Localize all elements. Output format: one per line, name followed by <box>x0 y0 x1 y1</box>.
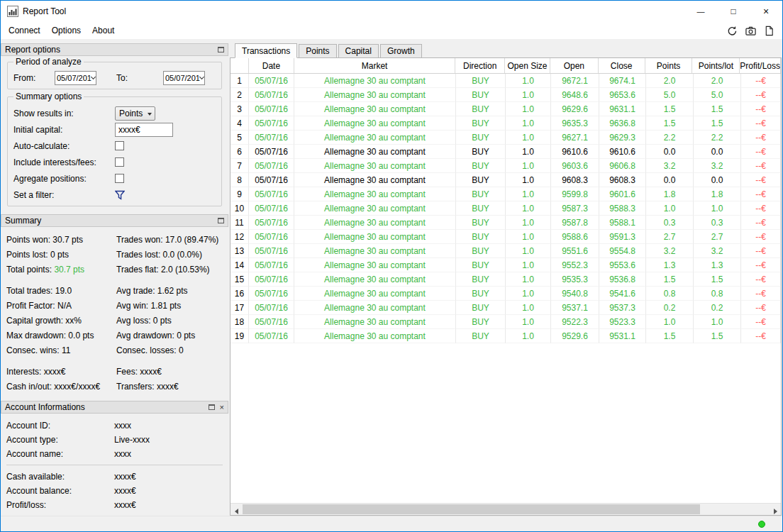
table-body: 105/07/16Allemagne 30 au comptantBUY1.09… <box>231 74 781 503</box>
direction-cell: BUY <box>456 116 506 131</box>
direction-cell: BUY <box>456 258 506 272</box>
profit-loss-cell: --€ <box>741 258 781 272</box>
summary-stat: Capital growth: xx% <box>6 314 116 328</box>
account-row: Cash available:xxxx€ <box>6 470 223 484</box>
date-cell: 05/07/16 <box>249 159 294 173</box>
table-row[interactable]: 1005/07/16Allemagne 30 au comptantBUY1.0… <box>231 201 781 216</box>
date-cell: 05/07/16 <box>249 216 294 230</box>
close-dock-icon[interactable]: × <box>220 404 224 410</box>
stat-value: 30.7 pts <box>54 265 84 275</box>
column-header[interactable]: Date <box>249 58 294 73</box>
points-lot-cell: 1.5 <box>694 272 741 287</box>
connection-status-dot <box>758 521 765 528</box>
table-row[interactable]: 1105/07/16Allemagne 30 au comptantBUY1.0… <box>231 216 781 230</box>
tab-transactions[interactable]: Transactions <box>235 43 297 58</box>
market-cell: Allemagne 30 au comptant <box>294 301 456 315</box>
table-row[interactable]: 1905/07/16Allemagne 30 au comptantBUY1.0… <box>231 329 781 343</box>
account-value: xxxx <box>114 419 223 433</box>
agregate-label: Agregate positions: <box>13 174 115 184</box>
minimize-button[interactable]: — <box>684 1 717 22</box>
close-button[interactable]: × <box>750 1 782 22</box>
open-size-cell: 1.0 <box>506 116 551 131</box>
direction-cell: BUY <box>456 287 506 301</box>
date-cell: 05/07/16 <box>249 173 294 187</box>
from-date-input[interactable]: 05/07/201 <box>55 71 96 85</box>
include-fees-row: Include interests/fees: <box>13 154 216 170</box>
column-header[interactable]: Market <box>294 58 455 73</box>
tab-points[interactable]: Points <box>299 44 336 58</box>
summary-stat: Avg loss: 0 pts <box>116 314 223 328</box>
scroll-left-button[interactable] <box>231 504 243 515</box>
row-number-header <box>231 58 249 73</box>
horizontal-scrollbar[interactable] <box>231 503 781 515</box>
column-header[interactable]: Open <box>550 58 599 73</box>
menu-connect[interactable]: Connect <box>3 23 46 38</box>
scroll-right-button[interactable] <box>769 504 781 515</box>
float-dock-icon[interactable] <box>209 404 215 410</box>
initial-capital-row: Initial capital: xxxx€ <box>13 121 216 138</box>
points-lot-cell: 5.0 <box>694 88 741 102</box>
date-cell: 05/07/16 <box>249 116 294 131</box>
direction-cell: BUY <box>456 173 506 187</box>
table-row[interactable]: 705/07/16Allemagne 30 au comptantBUY1.09… <box>231 159 781 173</box>
column-header[interactable]: Direction <box>455 58 505 73</box>
date-cell: 05/07/16 <box>249 187 294 201</box>
table-row[interactable]: 1805/07/16Allemagne 30 au comptantBUY1.0… <box>231 315 781 329</box>
table-row[interactable]: 805/07/16Allemagne 30 au comptantBUY1.09… <box>231 173 781 187</box>
stat-label: Total points: <box>6 265 54 275</box>
refresh-icon[interactable] <box>725 23 740 38</box>
summary-stat: Avg drawdown: 0 pts <box>116 328 223 343</box>
initial-capital-label: Initial capital: <box>13 125 115 135</box>
date-cell: 05/07/16 <box>249 131 294 145</box>
column-header[interactable]: Close <box>599 58 645 73</box>
table-row[interactable]: 1705/07/16Allemagne 30 au comptantBUY1.0… <box>231 301 781 315</box>
profit-loss-cell: --€ <box>741 287 781 301</box>
agregate-checkbox[interactable] <box>115 174 124 183</box>
column-header[interactable]: Points <box>645 58 693 73</box>
to-date-input[interactable]: 05/07/201 <box>163 71 205 85</box>
table-row[interactable]: 605/07/16Allemagne 30 au comptantBUY1.09… <box>231 145 781 159</box>
scrollbar-thumb[interactable] <box>243 504 700 514</box>
row-number-cell: 6 <box>231 145 249 159</box>
summary-stat: Avg win: 1.81 pts <box>116 299 223 314</box>
menu-options[interactable]: Options <box>46 23 87 38</box>
table-row[interactable]: 405/07/16Allemagne 30 au comptantBUY1.09… <box>231 116 781 131</box>
initial-capital-input[interactable]: xxxx€ <box>115 123 173 137</box>
screenshot-camera-icon[interactable] <box>743 23 758 38</box>
export-document-icon[interactable] <box>762 23 777 38</box>
open-size-cell: 1.0 <box>506 230 551 244</box>
table-row[interactable]: 505/07/16Allemagne 30 au comptantBUY1.09… <box>231 131 781 145</box>
table-row[interactable]: 105/07/16Allemagne 30 au comptantBUY1.09… <box>231 74 781 88</box>
float-dock-icon[interactable] <box>218 218 224 223</box>
table-row[interactable]: 1505/07/16Allemagne 30 au comptantBUY1.0… <box>231 272 781 287</box>
row-number-cell: 16 <box>231 287 249 301</box>
tab-capital[interactable]: Capital <box>338 44 379 58</box>
table-row[interactable]: 1405/07/16Allemagne 30 au comptantBUY1.0… <box>231 258 781 272</box>
tab-growth[interactable]: Growth <box>380 44 422 58</box>
table-row[interactable]: 905/07/16Allemagne 30 au comptantBUY1.09… <box>231 187 781 201</box>
open-cell: 9540.8 <box>551 287 599 301</box>
summary-stat: Avg trade: 1.62 pts <box>116 284 223 299</box>
summary-row: Profit Factor: N/AAvg win: 1.81 pts <box>6 299 223 314</box>
date-cell: 05/07/16 <box>249 244 294 258</box>
row-number-cell: 10 <box>231 201 249 216</box>
table-row[interactable]: 205/07/16Allemagne 30 au comptantBUY1.09… <box>231 88 781 102</box>
filter-icon[interactable] <box>115 190 125 200</box>
column-header[interactable]: Open Size <box>505 58 550 73</box>
show-results-combobox[interactable]: Points <box>115 106 155 121</box>
include-fees-checkbox[interactable] <box>115 157 124 167</box>
summary-stat: Transfers: xxxx€ <box>116 379 223 394</box>
table-row[interactable]: 305/07/16Allemagne 30 au comptantBUY1.09… <box>231 102 781 116</box>
column-header[interactable]: Profit/Loss <box>740 58 781 73</box>
table-row[interactable]: 1205/07/16Allemagne 30 au comptantBUY1.0… <box>231 230 781 244</box>
table-row[interactable]: 1605/07/16Allemagne 30 au comptantBUY1.0… <box>231 287 781 301</box>
float-dock-icon[interactable] <box>218 47 224 52</box>
table-row[interactable]: 1305/07/16Allemagne 30 au comptantBUY1.0… <box>231 244 781 258</box>
column-header[interactable]: Points/lot <box>692 58 740 73</box>
maximize-button[interactable]: □ <box>717 1 750 22</box>
show-results-row: Show results in: Points <box>13 105 216 121</box>
open-size-cell: 1.0 <box>506 329 551 343</box>
points-cell: 1.5 <box>646 272 694 287</box>
menu-about[interactable]: About <box>87 23 120 38</box>
auto-calculate-checkbox[interactable] <box>115 141 124 150</box>
